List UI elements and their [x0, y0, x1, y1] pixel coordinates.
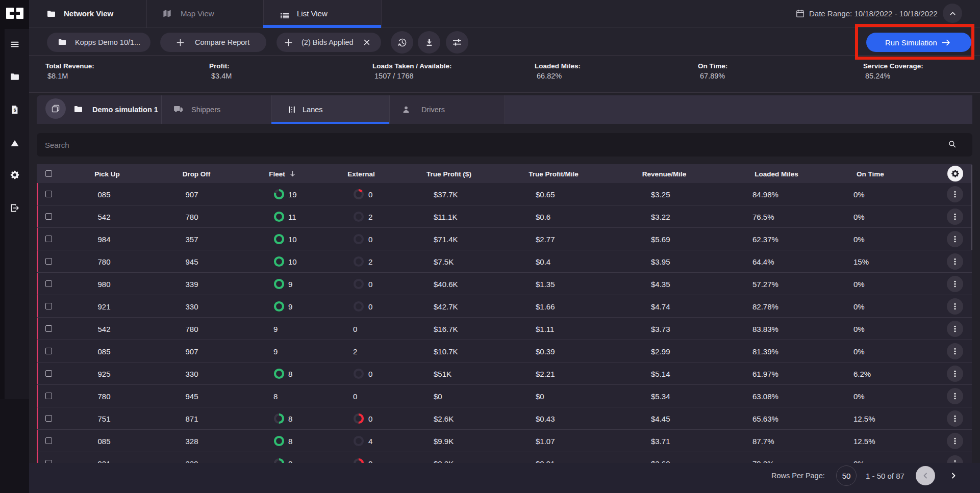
svg-text:$: $ [14, 108, 16, 113]
